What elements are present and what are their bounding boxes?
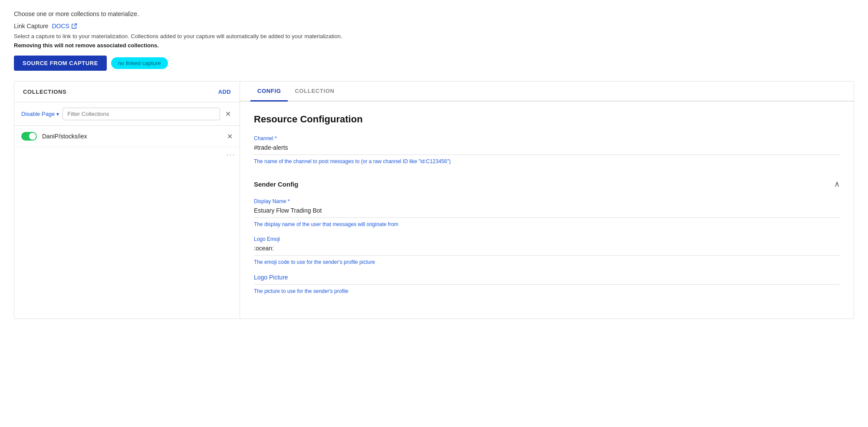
source-from-capture-button[interactable]: SOURCE FROM CAPTURE bbox=[14, 56, 107, 71]
sender-config-section: Sender Config ∧ Display Name * Estuary F… bbox=[254, 173, 840, 306]
left-panel: COLLECTIONS ADD Disable Page ▾ ✕ DaniP/s… bbox=[14, 82, 240, 319]
no-capture-badge: no linked capture bbox=[111, 57, 168, 69]
drag-handle-icon: ⋮ bbox=[226, 151, 236, 158]
sender-config-body: Display Name * Estuary Flow Trading Bot … bbox=[254, 195, 840, 306]
channel-hint: The name of the channel to post messages… bbox=[254, 158, 840, 164]
docs-label: DOCS bbox=[52, 23, 69, 30]
right-panel: CONFIG COLLECTION Resource Configuration… bbox=[240, 82, 854, 319]
display-name-field-group: Display Name * Estuary Flow Trading Bot … bbox=[254, 198, 840, 227]
link-capture-row: Link Capture DOCS bbox=[14, 23, 854, 30]
disable-page-label: Disable Page bbox=[21, 111, 55, 117]
external-link-icon bbox=[71, 23, 77, 29]
logo-emoji-label: Logo Emoji bbox=[254, 236, 840, 242]
collections-title: COLLECTIONS bbox=[23, 89, 66, 95]
remove-collection-button[interactable]: ✕ bbox=[227, 132, 233, 141]
logo-picture-link[interactable]: Logo Picture bbox=[254, 274, 840, 285]
collection-toggle[interactable] bbox=[21, 132, 37, 141]
toggle-track bbox=[21, 132, 37, 141]
filter-collections-input[interactable] bbox=[62, 108, 220, 120]
add-collection-button[interactable]: ADD bbox=[218, 89, 231, 95]
collection-item: DaniP/stocks/iex ✕ bbox=[14, 126, 240, 147]
sender-config-toggle[interactable]: Sender Config ∧ bbox=[254, 173, 840, 195]
capture-desc: Select a capture to link to your materia… bbox=[14, 33, 854, 39]
disable-page-button[interactable]: Disable Page ▾ bbox=[21, 111, 59, 117]
remove-warning: Removing this will not remove associated… bbox=[14, 42, 854, 49]
collections-header: COLLECTIONS ADD bbox=[14, 82, 240, 102]
logo-emoji-field-group: Logo Emoji :ocean: The emoji code to use… bbox=[254, 236, 840, 265]
display-name-value: Estuary Flow Trading Bot bbox=[254, 207, 840, 218]
toggle-thumb bbox=[29, 133, 36, 140]
resource-config-title: Resource Configuration bbox=[254, 114, 840, 125]
logo-picture-hint: The picture to use for the sender's prof… bbox=[254, 288, 840, 294]
choose-text: Choose one or more collections to materi… bbox=[14, 10, 854, 17]
tab-config[interactable]: CONFIG bbox=[250, 82, 288, 102]
collection-name: DaniP/stocks/iex bbox=[42, 133, 222, 140]
main-layout: COLLECTIONS ADD Disable Page ▾ ✕ DaniP/s… bbox=[14, 81, 854, 319]
filter-row: Disable Page ▾ ✕ bbox=[14, 102, 240, 126]
logo-emoji-hint: The emoji code to use for the sender's p… bbox=[254, 259, 840, 265]
chevron-up-icon: ∧ bbox=[834, 179, 840, 189]
chevron-down-icon: ▾ bbox=[56, 111, 59, 117]
display-name-hint: The display name of the user that messag… bbox=[254, 221, 840, 227]
channel-field-group: Channel * #trade-alerts The name of the … bbox=[254, 135, 840, 164]
logo-emoji-value: :ocean: bbox=[254, 245, 840, 256]
channel-label: Channel * bbox=[254, 135, 840, 141]
clear-filter-button[interactable]: ✕ bbox=[224, 109, 233, 119]
channel-value: #trade-alerts bbox=[254, 144, 840, 155]
display-name-label: Display Name * bbox=[254, 198, 840, 204]
logo-picture-field-group: Logo Picture The picture to use for the … bbox=[254, 274, 840, 294]
tab-collection[interactable]: COLLECTION bbox=[288, 82, 341, 102]
top-section: Choose one or more collections to materi… bbox=[14, 10, 854, 71]
docs-link[interactable]: DOCS bbox=[52, 23, 77, 30]
sender-config-title: Sender Config bbox=[254, 181, 299, 188]
tabs-row: CONFIG COLLECTION bbox=[240, 82, 854, 102]
link-capture-label: Link Capture bbox=[14, 23, 48, 30]
config-content: Resource Configuration Channel * #trade-… bbox=[240, 102, 854, 319]
